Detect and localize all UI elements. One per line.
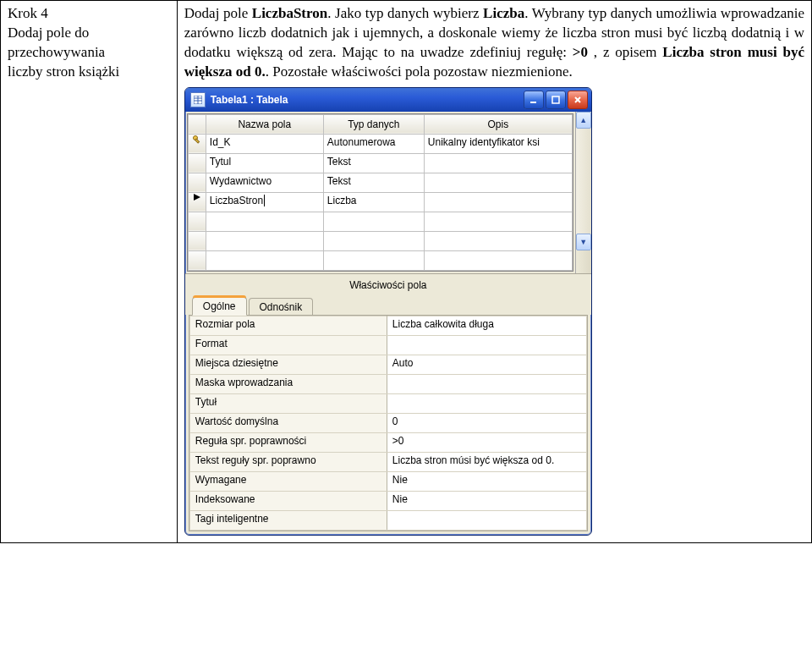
field-desc-cell[interactable] [424, 192, 572, 212]
tab-lookup[interactable]: Odnośnik [249, 298, 314, 316]
step-line-2: Dodaj pole do [8, 24, 170, 43]
property-label: Tytuł [189, 393, 387, 413]
property-value[interactable]: Nie [387, 491, 586, 510]
property-value[interactable]: 0 [387, 413, 586, 432]
field-name-cell[interactable]: Tytul [206, 153, 323, 173]
field-name-cell[interactable]: Id_K [206, 134, 323, 153]
scroll-up-button[interactable]: ▲ [576, 112, 591, 129]
field-desc-cell[interactable]: Unikalny identyfikator ksi [424, 134, 572, 153]
property-value[interactable]: Nie [387, 471, 586, 491]
property-label: Wymagane [189, 471, 387, 491]
field-type-cell[interactable] [323, 231, 424, 250]
field-name-cell[interactable]: LiczbaStron [206, 192, 323, 212]
field-desc-cell[interactable] [424, 153, 572, 173]
property-label: Tekst reguły spr. poprawno [189, 452, 387, 471]
property-value[interactable] [387, 335, 586, 355]
desc-part: . Pozostałe właściwości pola pozostaw ni… [266, 63, 573, 80]
col-header-name[interactable]: Nazwa pola [206, 114, 323, 134]
property-value[interactable] [387, 374, 586, 393]
property-label: Miejsca dziesiętne [189, 355, 387, 374]
close-button[interactable] [568, 91, 588, 109]
row-selector[interactable] [188, 231, 206, 250]
window-title: Tabela1 : Tabela [211, 94, 524, 106]
desc-bold-type: Liczba [483, 5, 524, 21]
field-type-cell[interactable]: Liczba [323, 192, 424, 212]
field-design-grid[interactable]: Nazwa pola Typ danych Opis Id_KAutonumer… [188, 114, 573, 271]
table-icon [190, 92, 206, 107]
scroll-down-button[interactable]: ▼ [576, 234, 591, 250]
property-label: Maska wprowadzania [189, 374, 387, 393]
property-value[interactable]: Auto [387, 355, 586, 374]
field-name-cell[interactable]: Wydawnictwo [206, 173, 323, 192]
property-value[interactable]: Liczba stron músi być większa od 0. [387, 452, 586, 471]
property-value[interactable] [387, 510, 586, 530]
field-type-cell[interactable] [323, 212, 424, 231]
field-properties-header: Właściwości pola [185, 273, 591, 294]
field-desc-cell[interactable] [424, 250, 572, 270]
field-type-cell[interactable]: Tekst [323, 173, 424, 192]
row-selector[interactable] [188, 134, 206, 153]
desc-part: . Jako typ danych wybierz [327, 5, 483, 21]
desc-bold-fieldname: LiczbaStron [252, 5, 327, 21]
col-header-type[interactable]: Typ danych [323, 114, 424, 134]
col-header-desc[interactable]: Opis [424, 114, 572, 134]
vertical-scrollbar[interactable]: ▲ ▼ [575, 112, 591, 273]
property-label: Indeksowane [189, 491, 387, 510]
field-name-cell[interactable] [206, 212, 323, 231]
field-desc-cell[interactable] [424, 212, 572, 231]
property-value[interactable]: >0 [387, 432, 586, 452]
access-table-design-window: Tabela1 : Tabela Nazwa pola Typ [184, 87, 592, 536]
property-label: Format [189, 335, 387, 355]
step-line-4: liczby stron książki [8, 63, 170, 82]
tab-general[interactable]: Ogólne [192, 297, 247, 316]
svg-rect-4 [530, 102, 536, 103]
row-selector[interactable] [188, 250, 206, 270]
property-label: Rozmiar pola [189, 316, 387, 335]
row-selector[interactable] [188, 212, 206, 231]
svg-marker-10 [194, 194, 200, 201]
minimize-button[interactable] [524, 91, 544, 109]
desc-bold-rule: >0 [573, 44, 588, 60]
field-desc-cell[interactable] [424, 173, 572, 192]
field-name-cell[interactable] [206, 231, 323, 250]
step-line-3: przechowywania [8, 43, 170, 63]
field-type-cell[interactable] [323, 250, 424, 270]
window-titlebar[interactable]: Tabela1 : Tabela [185, 88, 591, 112]
property-label: Tagi inteligentne [189, 510, 387, 530]
field-properties-pane: Rozmiar polaLiczba całkowita długaFormat… [189, 315, 588, 531]
property-value[interactable] [387, 393, 586, 413]
instruction-paragraph: Dodaj pole LiczbaStron. Jako typ danych … [184, 4, 804, 82]
field-desc-cell[interactable] [424, 231, 572, 250]
step-number: Krok 4 [8, 4, 170, 24]
field-name-cell[interactable] [206, 250, 323, 270]
property-label: Reguła spr. poprawności [189, 432, 387, 452]
desc-part: , z opisem [588, 44, 662, 60]
desc-part: Dodaj pole [184, 5, 252, 21]
row-selector[interactable] [188, 173, 206, 192]
maximize-button[interactable] [546, 91, 566, 109]
svg-rect-5 [552, 96, 559, 103]
corner-header[interactable] [188, 114, 206, 134]
property-label: Wartość domyślna [189, 413, 387, 432]
svg-rect-9 [195, 139, 199, 143]
field-type-cell[interactable]: Tekst [323, 153, 424, 173]
row-selector[interactable] [188, 153, 206, 173]
field-type-cell[interactable]: Autonumerowa [323, 134, 424, 153]
property-value[interactable]: Liczba całkowita długa [387, 316, 586, 335]
row-selector[interactable] [188, 192, 206, 212]
